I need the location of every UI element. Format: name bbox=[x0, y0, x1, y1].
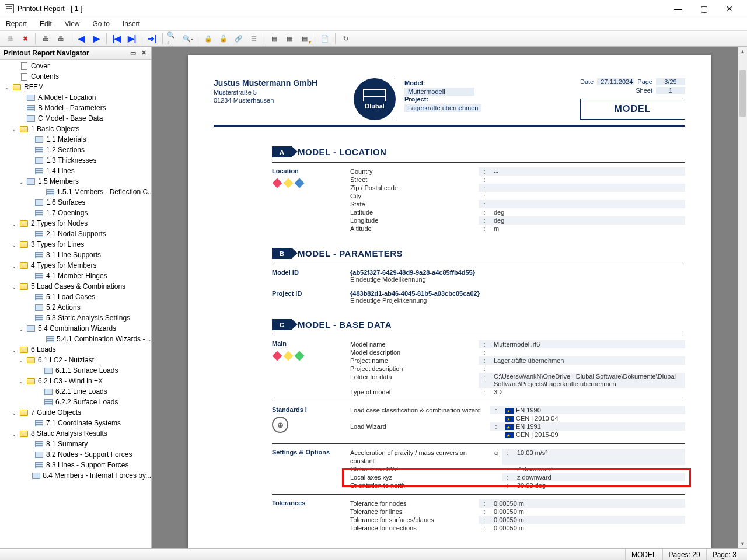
navigator-tree: Cover Contents ⌄RFEM A Model - Location … bbox=[0, 60, 151, 548]
layout3-icon[interactable]: ▤▾ bbox=[298, 32, 311, 45]
tree-item-84[interactable]: 8.4 Members - Internal Forces by... bbox=[2, 470, 151, 481]
sidebar-title: Printout Report Navigator bbox=[4, 49, 89, 57]
tree-item-71[interactable]: 7.1 Coordinate Systems bbox=[2, 418, 151, 428]
tree-item-62[interactable]: ⌄6.2 LC3 - Wind in +X bbox=[2, 376, 151, 386]
cubes-icon bbox=[272, 351, 342, 361]
link-icon[interactable]: 🔗 bbox=[232, 32, 245, 45]
tree-item-a[interactable]: A Model - Location bbox=[2, 92, 151, 103]
menu-report[interactable]: Report bbox=[4, 19, 29, 29]
status-page: Page: 3 bbox=[706, 549, 742, 560]
tree-item-541[interactable]: 5.4.1 Combination Wizards - ... bbox=[2, 334, 151, 344]
tree-item-12[interactable]: 1.2 Sections bbox=[2, 145, 151, 155]
scroll-down-icon[interactable]: ▼ bbox=[738, 539, 747, 548]
tree-item-622[interactable]: 6.2.2 Surface Loads bbox=[2, 397, 151, 407]
tree-item-8[interactable]: ⌄8 Static Analysis Results bbox=[2, 428, 151, 439]
tree-item-contents[interactable]: Contents bbox=[2, 71, 151, 82]
eu-flag-icon bbox=[505, 416, 514, 422]
menu-edit[interactable]: Edit bbox=[37, 19, 54, 29]
tree-item-51[interactable]: 5.1 Load Cases bbox=[2, 292, 151, 302]
layout1-icon[interactable]: ▤ bbox=[268, 32, 281, 45]
menu-goto[interactable]: Go to bbox=[90, 19, 112, 29]
tree-item-17[interactable]: 1.7 Openings bbox=[2, 208, 151, 218]
unlock-icon[interactable]: 🔓 bbox=[217, 32, 230, 45]
tree-item-c[interactable]: C Model - Base Data bbox=[2, 113, 151, 124]
menu-insert[interactable]: Insert bbox=[120, 19, 142, 29]
tree-item-6[interactable]: ⌄6 Loads bbox=[2, 344, 151, 355]
zoom-out-icon[interactable]: 🔍- bbox=[181, 32, 194, 45]
eu-flag-icon bbox=[505, 408, 514, 414]
zoom-in-icon[interactable]: 🔍+ bbox=[166, 32, 179, 45]
layout2-icon[interactable]: ▦ bbox=[283, 32, 296, 45]
cubes-icon bbox=[272, 178, 342, 188]
preview-area[interactable]: Justus Mustermann GmbH Musterstraße 5 01… bbox=[152, 47, 747, 548]
next-page-icon[interactable]: ▶ bbox=[90, 32, 103, 45]
tree-item-13[interactable]: 1.3 Thicknesses bbox=[2, 155, 151, 166]
minimize-button[interactable]: ― bbox=[665, 1, 691, 17]
tree-item-53[interactable]: 5.3 Static Analysis Settings bbox=[2, 313, 151, 323]
tree-item-11[interactable]: 1.1 Materials bbox=[2, 134, 151, 145]
print-icon[interactable]: 🖶 bbox=[4, 32, 16, 45]
refresh-icon[interactable]: ↻ bbox=[339, 32, 352, 45]
tree-item-7[interactable]: ⌄7 Guide Objects bbox=[2, 407, 151, 418]
titlebar: Printout Report - [ 1 ] ― ▢ ✕ bbox=[0, 0, 747, 18]
model-value: Muttermodell bbox=[404, 88, 474, 96]
tree-item-16[interactable]: 1.6 Surfaces bbox=[2, 197, 151, 208]
tree-item-52[interactable]: 5.2 Actions bbox=[2, 302, 151, 313]
tree-item-82[interactable]: 8.2 Nodes - Support Forces bbox=[2, 449, 151, 460]
maximize-button[interactable]: ▢ bbox=[691, 1, 717, 17]
group-main: Main bbox=[272, 340, 342, 347]
tree-item-5[interactable]: ⌄5 Load Cases & Combinations bbox=[2, 281, 151, 292]
menu-view[interactable]: View bbox=[62, 19, 82, 29]
tree-item-31[interactable]: 3.1 Line Supports bbox=[2, 250, 151, 260]
tree-item-4[interactable]: ⌄4 Types for Members bbox=[2, 260, 151, 271]
doc-icon[interactable]: 📄 bbox=[319, 32, 331, 45]
eu-flag-icon bbox=[505, 424, 514, 430]
tree-item-15[interactable]: ⌄1.5 Members bbox=[2, 176, 151, 187]
sheet-value: 1 bbox=[656, 87, 685, 94]
tree-item-rfem[interactable]: ⌄RFEM bbox=[2, 82, 151, 92]
tree-item-1[interactable]: ⌄1 Basic Objects bbox=[2, 124, 151, 134]
tree-item-611[interactable]: 6.1.1 Surface Loads bbox=[2, 365, 151, 376]
tree-item-2[interactable]: ⌄2 Types for Nodes bbox=[2, 218, 151, 229]
tree-item-3[interactable]: ⌄3 Types for Lines bbox=[2, 239, 151, 250]
title-c: MODEL - BASE DATA bbox=[298, 320, 392, 330]
toolbar: 🖶 ✖ 🖶 🖶 ◀ ▶ |◀ ▶| ➔| 🔍+ 🔍- 🔒 🔓 🔗 ☰ ▤ ▦ ▤… bbox=[0, 30, 747, 47]
jump-icon[interactable]: ➔| bbox=[146, 32, 159, 45]
tree-item-61[interactable]: ⌄6.1 LC2 - Nutzlast bbox=[2, 355, 151, 365]
printer-icon[interactable]: 🖶 bbox=[39, 32, 52, 45]
group-location: Location bbox=[272, 167, 342, 174]
last-page-icon[interactable]: ▶| bbox=[125, 32, 138, 45]
report-page: Justus Mustermann GmbH Musterstraße 5 01… bbox=[188, 55, 711, 548]
list-icon[interactable]: ☰ bbox=[247, 32, 260, 45]
printers-icon[interactable]: 🖶 bbox=[54, 32, 67, 45]
scroll-up-icon[interactable]: ▲ bbox=[738, 47, 747, 56]
tree-item-81[interactable]: 8.1 Summary bbox=[2, 439, 151, 449]
tree-item-151[interactable]: 1.5.1 Members - Deflection C... bbox=[2, 187, 151, 197]
tree-item-83[interactable]: 8.3 Lines - Support Forces bbox=[2, 460, 151, 470]
tree-item-b[interactable]: B Model - Parameters bbox=[2, 103, 151, 113]
tree-item-cover[interactable]: Cover bbox=[2, 61, 151, 71]
page-key: Page bbox=[637, 78, 652, 85]
tree-item-14[interactable]: 1.4 Lines bbox=[2, 166, 151, 176]
tree-item-621[interactable]: 6.2.1 Line Loads bbox=[2, 386, 151, 397]
tree-item-21[interactable]: 2.1 Nodal Supports bbox=[2, 229, 151, 239]
first-page-icon[interactable]: |◀ bbox=[110, 32, 123, 45]
lock-icon[interactable]: 🔒 bbox=[202, 32, 215, 45]
company-name: Justus Mustermann GmbH bbox=[214, 78, 365, 88]
delete-print-icon[interactable]: ✖ bbox=[19, 32, 32, 45]
section-c: CMODEL - BASE DATA Main Model name:Mutte… bbox=[272, 319, 685, 532]
vertical-scrollbar[interactable]: ▲ ▼ bbox=[738, 47, 747, 548]
sidebar-header: Printout Report Navigator ▭ ✕ bbox=[0, 47, 151, 60]
sidebar-close-icon[interactable]: ✕ bbox=[139, 49, 148, 57]
scrollbar-thumb[interactable] bbox=[739, 70, 746, 117]
group-standards: Standards I bbox=[272, 406, 342, 413]
group-settings: Settings & Options bbox=[272, 449, 342, 456]
badge-c: C bbox=[272, 319, 292, 330]
badge-a: A bbox=[272, 146, 292, 158]
standards-icon: ⊕ bbox=[272, 416, 288, 433]
tree-item-54[interactable]: ⌄5.4 Combination Wizards bbox=[2, 323, 151, 334]
tree-item-41[interactable]: 4.1 Member Hinges bbox=[2, 271, 151, 281]
prev-page-icon[interactable]: ◀ bbox=[75, 32, 88, 45]
close-button[interactable]: ✕ bbox=[717, 1, 742, 17]
sidebar-float-icon[interactable]: ▭ bbox=[129, 49, 137, 57]
